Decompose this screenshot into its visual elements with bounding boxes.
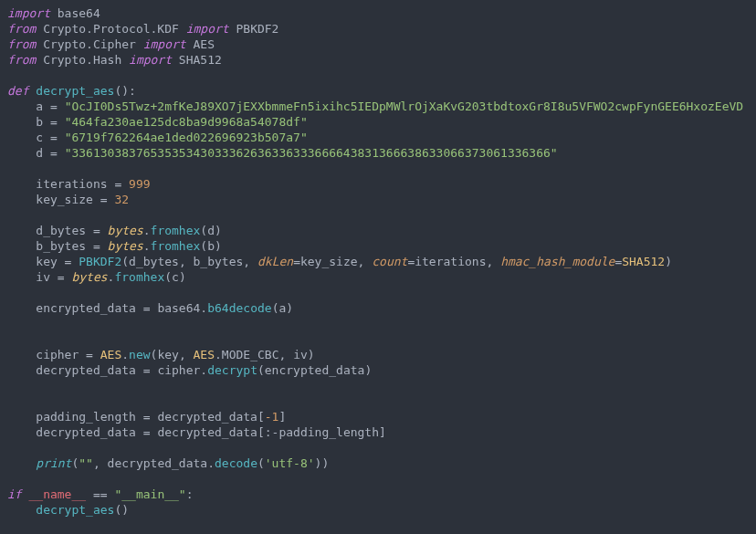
cls-sha512: SHA512 <box>622 255 665 268</box>
kw-from: from <box>7 37 36 51</box>
fn-fromhex: fromhex <box>151 224 201 237</box>
kw-if: if <box>7 487 22 501</box>
kw-def: def <box>7 84 28 98</box>
var-cipher: cipher <box>36 348 79 361</box>
cls-bytes: bytes <box>108 239 143 253</box>
mod-base64: base64 <box>58 6 100 20</box>
call-decrypt-aes: decrypt_aes <box>36 503 114 517</box>
cls-bytes: bytes <box>108 224 143 237</box>
var-keysize: key_size <box>36 193 93 206</box>
import-sha512: SHA512 <box>179 53 222 67</box>
fn-decode: decode <box>215 456 257 470</box>
kw-import: import <box>186 22 229 36</box>
var-a: a <box>36 99 43 113</box>
var-bbytes: b_bytes <box>36 239 86 253</box>
str-d: "336130383765353534303336263633633366664… <box>65 146 558 160</box>
mod-cipher: Crypto.Cipher <box>43 37 136 51</box>
kwarg-dklen: dkLen <box>257 255 293 268</box>
kw-from: from <box>7 53 36 67</box>
var-padlen: padding_length <box>36 410 136 424</box>
str-empty: "" <box>79 456 93 470</box>
cls-bytes: bytes <box>71 270 107 284</box>
var-encdata: encrypted_data <box>36 301 136 315</box>
var-b: b <box>36 115 43 129</box>
fn-pbkdf2: PBKDF2 <box>79 255 121 268</box>
dunder-name: __name__ <box>28 487 86 501</box>
import-pbkdf2: PBKDF2 <box>236 22 278 36</box>
fn-new: new <box>129 348 150 361</box>
str-c: "6719f762264ae1ded022696923b507a7" <box>65 131 308 144</box>
fn-decrypt-aes: decrypt_aes <box>36 84 114 98</box>
kwarg-count: count <box>372 255 407 268</box>
kw-from: from <box>7 22 36 36</box>
fn-fromhex: fromhex <box>151 239 201 253</box>
var-key: key <box>36 255 57 268</box>
var-c: c <box>36 131 43 144</box>
fn-print: print <box>36 456 71 470</box>
str-b: "464fa230ae125dc8ba9d9968a54078df" <box>65 115 308 129</box>
kw-import: import <box>143 37 186 51</box>
fn-b64decode: b64decode <box>207 301 271 315</box>
fn-fromhex: fromhex <box>114 270 164 284</box>
kwarg-hmac: hmac_hash_module <box>500 255 614 268</box>
var-d: d <box>36 146 43 160</box>
mod-kdf: Crypto.Protocol.KDF <box>43 22 179 36</box>
var-decdata: decrypted_data <box>36 363 136 377</box>
str-main: "__main__" <box>114 487 185 501</box>
var-dbytes: d_bytes <box>36 224 86 237</box>
code-block: import base64 from Crypto.Protocol.KDF i… <box>0 0 756 523</box>
cls-aes: AES <box>100 348 121 361</box>
fn-decrypt: decrypt <box>207 363 257 377</box>
num-keysize: 32 <box>114 193 129 206</box>
num-iterations: 999 <box>129 177 150 191</box>
str-utf8: 'utf-8' <box>265 456 315 470</box>
var-iterations: iterations <box>36 177 107 191</box>
import-aes: AES <box>194 37 215 51</box>
str-a: "OcJI0Ds5Twz+2mfKeJ89XO7jEXXbmmeFn5ixihc… <box>65 99 744 113</box>
num-neg1: -1 <box>265 410 279 424</box>
kw-import: import <box>7 6 50 20</box>
kw-import: import <box>129 53 172 67</box>
mod-hash: Crypto.Hash <box>43 53 121 67</box>
var-iv: iv <box>36 270 50 284</box>
